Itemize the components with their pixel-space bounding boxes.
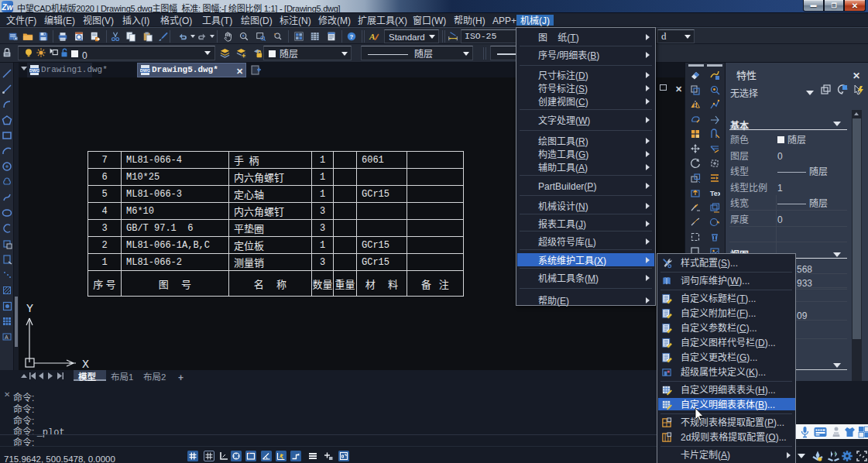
- svg-text:DWG: DWG: [140, 68, 150, 73]
- svg-text:?: ?: [350, 33, 354, 40]
- svg-text:X: X: [82, 358, 89, 368]
- svg-text:A: A: [5, 334, 9, 340]
- svg-text:Text: Text: [710, 190, 720, 197]
- svg-text:DWG: DWG: [29, 68, 39, 73]
- svg-text:A: A: [369, 32, 376, 41]
- svg-text:Y: Y: [26, 303, 33, 316]
